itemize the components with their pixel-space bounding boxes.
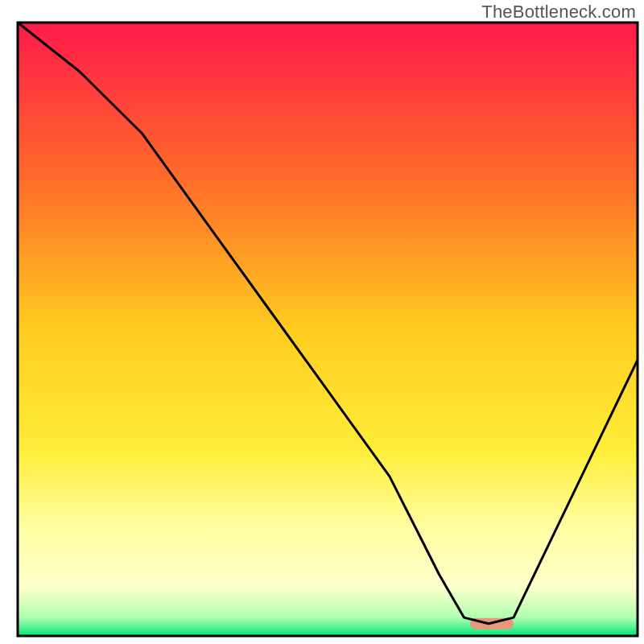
watermark-text: TheBottleneck.com — [481, 2, 636, 23]
chart-background — [18, 23, 638, 636]
chart-container: TheBottleneck.com — [0, 0, 644, 644]
chart-svg — [0, 0, 644, 644]
